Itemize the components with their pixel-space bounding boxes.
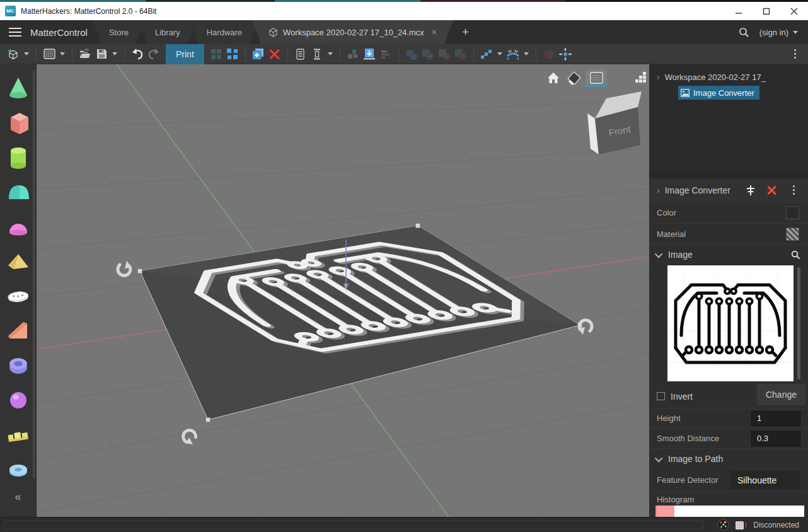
change-image-button[interactable]: Change [757, 384, 805, 405]
array-dropdown[interactable] [495, 45, 505, 63]
chevron-right-icon[interactable]: › [657, 185, 660, 195]
shape-cube[interactable] [3, 105, 33, 140]
undo-button[interactable] [129, 45, 146, 63]
shape-ring[interactable] [3, 348, 33, 383]
maximize-button[interactable] [753, 2, 780, 20]
new-tab-button[interactable]: + [453, 20, 478, 44]
shape-torus[interactable] [3, 452, 33, 487]
viewport-canvas[interactable]: Front [37, 64, 649, 517]
sidebar-collapse-button[interactable]: « [14, 490, 21, 504]
print-button[interactable]: Print [166, 44, 204, 64]
save-button[interactable] [93, 45, 110, 63]
tab-store[interactable]: Store [93, 20, 145, 44]
combine-button[interactable] [403, 45, 420, 63]
image-preview[interactable] [667, 265, 794, 381]
shape-half-cylinder[interactable] [3, 175, 33, 209]
ungroup-squares-icon [227, 49, 238, 60]
shape-pyramid[interactable] [3, 244, 33, 279]
arrange-all-button[interactable] [345, 45, 361, 63]
shape-braille-card[interactable] [3, 279, 33, 313]
tab-close-icon[interactable]: × [432, 27, 437, 37]
bed-view-button[interactable] [586, 69, 607, 87]
subtract-button[interactable] [420, 45, 436, 63]
printer-status-icon[interactable]: ! [735, 520, 747, 530]
invert-label: Invert [671, 391, 693, 402]
add-part-button[interactable] [5, 45, 21, 63]
tree-root-label: Workspace 2020-02-27 17_ [665, 72, 766, 82]
invert-checkbox[interactable] [657, 392, 665, 400]
tab-workspace[interactable]: Workspace 2020-02-27 17_10_24.mcx × [252, 20, 453, 44]
flatten-icon [746, 185, 755, 196]
search-button[interactable] [732, 20, 756, 44]
close-button[interactable] [780, 2, 808, 20]
ungroup-button[interactable] [224, 45, 241, 63]
flatten-button[interactable] [742, 185, 759, 196]
shape-text[interactable] [3, 417, 33, 452]
overflow-menu-icon [794, 49, 796, 59]
image-preview-area [649, 265, 808, 385]
duplicate-icon [252, 48, 264, 60]
bed-select-dropdown[interactable] [57, 45, 67, 63]
open-file-button[interactable] [77, 45, 93, 63]
smooth-distance-label: Smooth Distance [657, 434, 751, 443]
shape-wedge[interactable] [3, 313, 33, 348]
object-menu-button[interactable] [785, 185, 802, 195]
shape-sphere[interactable] [3, 383, 33, 417]
distribute-button[interactable] [309, 45, 325, 63]
group-squares-icon [211, 49, 222, 60]
brand-label: MatterControl [30, 27, 88, 38]
feature-detector-value: Silhouette [737, 475, 776, 485]
tab-hardware[interactable]: Hardware [190, 20, 258, 44]
shape-half-sphere[interactable] [3, 209, 33, 244]
duplicate-button[interactable] [250, 45, 267, 63]
color-swatch[interactable] [786, 206, 799, 219]
bed-select-button[interactable] [41, 45, 57, 63]
panel-scrollbar[interactable] [797, 267, 800, 379]
delete-button[interactable] [267, 45, 283, 63]
image-section-header[interactable]: Image [649, 245, 808, 265]
lay-flat-button[interactable] [361, 45, 378, 63]
sign-in-menu[interactable]: (sign in) [756, 20, 808, 44]
subtract-replace-button[interactable] [453, 45, 469, 63]
curve-dropdown[interactable] [521, 45, 531, 63]
material-row: Material [649, 224, 808, 245]
menu-hamburger-icon[interactable] [9, 28, 21, 37]
material-swatch[interactable] [786, 228, 799, 241]
search-icon[interactable] [791, 250, 800, 260]
add-part-dropdown[interactable] [21, 45, 32, 63]
align-button[interactable] [378, 45, 394, 63]
histogram-widget[interactable] [655, 506, 804, 518]
distribute-dropdown[interactable] [325, 45, 335, 63]
stack-button[interactable] [292, 45, 309, 63]
mirror-button[interactable] [541, 45, 557, 63]
tree-item-image-converter[interactable]: Image Converter [678, 86, 759, 100]
toolbar-overflow-button[interactable] [787, 45, 803, 63]
tree-root-item[interactable]: › Workspace 2020-02-27 17_ [649, 69, 808, 84]
height-input[interactable] [751, 411, 800, 426]
curve-button[interactable] [505, 45, 521, 63]
invert-row: Invert Change [649, 385, 808, 408]
shape-cylinder[interactable] [3, 140, 33, 175]
minimize-button[interactable] [725, 2, 753, 20]
array-linear-button[interactable] [478, 45, 495, 63]
intersect-button[interactable] [436, 45, 453, 63]
curve-bend-icon [506, 49, 520, 60]
chevron-right-icon: › [657, 72, 660, 82]
redo-button[interactable] [146, 45, 162, 63]
tab-library[interactable]: Library [139, 20, 197, 44]
image-to-path-header[interactable]: Image to Path [649, 449, 808, 469]
color-palette-icon[interactable] [717, 519, 729, 531]
smooth-distance-input[interactable] [751, 431, 800, 446]
scatter-button[interactable] [557, 45, 574, 63]
shape-cone[interactable] [3, 71, 33, 105]
feature-detector-select[interactable]: Silhouette [730, 471, 800, 490]
mirror-icon [543, 49, 555, 60]
tab-workspace-label: Workspace 2020-02-27 17_10_24.mcx [283, 28, 424, 37]
connection-status-label: Disconnected [753, 521, 799, 529]
save-dropdown[interactable] [110, 45, 120, 63]
group-button[interactable] [208, 45, 224, 63]
delete-x-icon [767, 185, 777, 195]
viewport-3d[interactable]: Front [37, 64, 649, 517]
sidebar-scrollbar[interactable] [33, 69, 35, 479]
delete-object-button[interactable] [764, 185, 780, 195]
